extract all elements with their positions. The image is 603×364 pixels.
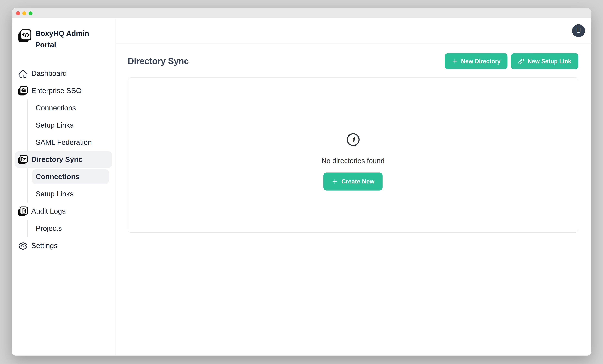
- sidebar-item-label: Directory Sync: [31, 155, 82, 164]
- topbar: U: [116, 18, 591, 43]
- empty-state-card: i No directories found Create New: [128, 77, 578, 233]
- app-window: BoxyHQ Admin Portal Dashboard: [12, 8, 591, 356]
- user-avatar[interactable]: U: [572, 24, 585, 37]
- page-content: Directory Sync New Directory: [116, 44, 591, 356]
- sidebar-subitem-dsync-setup-links[interactable]: Setup Links: [28, 185, 115, 203]
- main-area: U Directory Sync: [116, 18, 591, 355]
- minimize-window-button[interactable]: [22, 11, 26, 15]
- sidebar-nav: Dashboard: [12, 65, 115, 254]
- sidebar-subitem-dsync-connections[interactable]: Connections: [32, 169, 109, 184]
- home-icon: [18, 69, 28, 78]
- sidebar-item-label: Enterprise SSO: [31, 87, 81, 95]
- directory-sync-sticker-icon: [18, 154, 28, 165]
- sidebar-item-settings[interactable]: Settings: [12, 237, 115, 254]
- gear-icon: [18, 241, 28, 251]
- sidebar-subitem-sso-connections[interactable]: Connections: [28, 99, 115, 117]
- sso-sticker-icon: [18, 86, 28, 96]
- directory-sync-submenu: Connections Setup Links: [27, 168, 115, 203]
- close-window-button[interactable]: [16, 11, 20, 15]
- sidebar-subitem-sso-setup-links[interactable]: Setup Links: [28, 117, 115, 134]
- empty-state-message: No directories found: [322, 157, 384, 165]
- link-icon: [518, 58, 524, 65]
- window-titlebar: [12, 8, 591, 18]
- create-new-button[interactable]: Create New: [323, 173, 383, 190]
- audit-logs-submenu: Projects: [27, 220, 115, 237]
- info-icon: i: [346, 132, 360, 147]
- page-header: Directory Sync New Directory: [128, 53, 578, 69]
- sidebar-item-label: Dashboard: [31, 69, 67, 78]
- sidebar: BoxyHQ Admin Portal Dashboard: [12, 18, 116, 355]
- desktop: BoxyHQ Admin Portal Dashboard: [0, 0, 603, 364]
- sidebar-item-directory-sync[interactable]: Directory Sync: [15, 151, 112, 168]
- sidebar-item-enterprise-sso[interactable]: Enterprise SSO: [12, 82, 115, 99]
- zoom-window-button[interactable]: [29, 11, 32, 15]
- plus-icon: [452, 58, 458, 64]
- sidebar-item-audit-logs[interactable]: Audit Logs: [12, 203, 115, 220]
- sidebar-subitem-saml-federation[interactable]: SAML Federation: [28, 134, 115, 151]
- plus-icon: [332, 178, 338, 185]
- sidebar-subitem-projects[interactable]: Projects: [28, 220, 115, 237]
- page-actions: New Directory New Setup Link: [445, 53, 578, 69]
- brand-title: BoxyHQ Admin Portal: [35, 28, 89, 50]
- page-title: Directory Sync: [128, 56, 189, 66]
- boxyhq-code-logo-icon: [18, 29, 31, 43]
- svg-text:i: i: [352, 135, 355, 144]
- brand-logo-row[interactable]: BoxyHQ Admin Portal: [12, 29, 115, 50]
- new-directory-button[interactable]: New Directory: [445, 53, 508, 69]
- sidebar-item-label: Settings: [31, 241, 58, 250]
- audit-logs-sticker-icon: [18, 206, 28, 216]
- new-setup-link-button[interactable]: New Setup Link: [511, 53, 578, 69]
- sidebar-item-dashboard[interactable]: Dashboard: [12, 65, 115, 82]
- sidebar-item-label: Audit Logs: [31, 207, 65, 216]
- enterprise-sso-submenu: Connections Setup Links SAML Federation: [27, 99, 115, 151]
